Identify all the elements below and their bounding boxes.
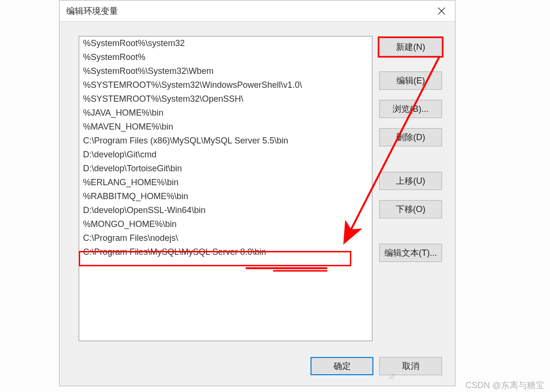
- list-item[interactable]: C:\Program Files\nodejs\: [79, 231, 372, 245]
- watermark-text: CSDN @东离与糖宝: [466, 380, 544, 391]
- list-item[interactable]: C:\Program Files (x86)\MySQL\MySQL Serve…: [79, 134, 372, 148]
- movedown-button[interactable]: 下移(O): [379, 200, 442, 218]
- svg-point-3: [393, 374, 394, 375]
- list-item[interactable]: %ERLANG_HOME%\bin: [79, 176, 372, 190]
- list-item[interactable]: D:\develop\TortoiseGit\bin: [79, 162, 372, 176]
- list-item[interactable]: D:\develop\OpenSSL-Win64\bin: [79, 203, 372, 217]
- svg-point-8: [393, 378, 394, 379]
- list-item[interactable]: %RABBITMQ_HOME%\bin: [79, 190, 372, 203]
- list-item[interactable]: %SYSTEMROOT%\System32\WindowsPowerShell\…: [79, 78, 372, 92]
- browse-button[interactable]: 浏览(B)...: [379, 100, 442, 118]
- list-item[interactable]: D:\develop\Git\cmd: [79, 148, 372, 162]
- path-list[interactable]: %SystemRoot%\system32 %SystemRoot% %Syst…: [79, 36, 372, 341]
- new-button[interactable]: 新建(N): [379, 38, 442, 56]
- delete-button[interactable]: 删除(D): [379, 128, 442, 146]
- moveup-button[interactable]: 上移(U): [379, 172, 442, 190]
- edit-button[interactable]: 编辑(E): [379, 71, 442, 90]
- list-item[interactable]: %SystemRoot%: [79, 50, 372, 64]
- list-item[interactable]: %SYSTEMROOT%\System32\OpenSSH\: [79, 92, 372, 106]
- close-icon[interactable]: [428, 0, 455, 22]
- list-item[interactable]: %MONGO_HOME%\bin: [79, 217, 372, 231]
- env-edit-dialog: 编辑环境变量 %SystemRoot%\system32 %SystemRoot…: [59, 0, 455, 386]
- list-item[interactable]: %JAVA_HOME%\bin: [79, 106, 372, 120]
- list-item[interactable]: C:\Program Files\MySQL\MySQL Server 8.0\…: [79, 245, 372, 259]
- svg-point-7: [391, 378, 392, 379]
- svg-point-5: [393, 376, 394, 377]
- edittext-button[interactable]: 编辑文本(T)...: [379, 244, 442, 262]
- resize-grip-icon[interactable]: [386, 371, 395, 380]
- svg-point-6: [389, 378, 390, 379]
- titlebar: 编辑环境变量: [60, 0, 455, 22]
- list-item[interactable]: %SystemRoot%\system32: [79, 36, 372, 50]
- window-title: 编辑环境变量: [66, 5, 118, 17]
- list-item[interactable]: %SystemRoot%\System32\Wbem: [79, 64, 372, 78]
- list-item[interactable]: %MAVEN_HOME%\bin: [79, 120, 372, 134]
- svg-point-4: [391, 376, 392, 377]
- ok-button[interactable]: 确定: [311, 357, 373, 375]
